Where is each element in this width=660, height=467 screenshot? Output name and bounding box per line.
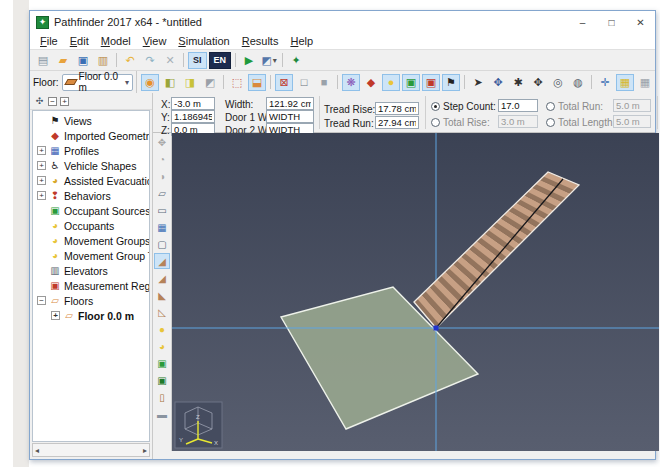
top-view-button[interactable]: ◧ [161, 74, 179, 91]
tree-item-occupants[interactable]: ◕Occupants [33, 218, 149, 233]
collapse-icon[interactable]: − [37, 296, 46, 305]
results-chart-button[interactable]: ◩▾ [260, 52, 278, 69]
add-occupants-tool-button[interactable]: ◕ [154, 338, 170, 354]
show-views-button[interactable]: ⚑ [442, 74, 460, 91]
expand-icon[interactable]: + [51, 311, 60, 320]
delete-button[interactable]: ✕ [161, 52, 179, 69]
save-button[interactable]: ▣ [74, 52, 92, 69]
collapse-all-button[interactable]: − [48, 97, 57, 106]
run-simulation-button[interactable]: ▶ [240, 52, 258, 69]
snap-grid-button[interactable]: ▦ [616, 74, 634, 91]
minimize-button[interactable]: – [568, 11, 597, 33]
tree-item-movement-groups[interactable]: ◕Movement Groups [33, 233, 149, 248]
tree-item-vehicle-shapes[interactable]: +♿Vehicle Shapes [33, 158, 149, 173]
front-view-button[interactable]: ◨ [181, 74, 199, 91]
pan-tool-button[interactable]: ✥ [529, 74, 547, 91]
perspective-view-button[interactable]: ◉ [141, 74, 159, 91]
tree-item-floors[interactable]: −▱Floors [33, 293, 149, 308]
stairs-tool-button[interactable]: ◢ [154, 253, 170, 269]
menu-file[interactable]: File [34, 34, 64, 48]
maximize-button[interactable]: □ [597, 11, 626, 33]
tree-item-behaviors[interactable]: +❢Behaviors [33, 188, 149, 203]
door1-width-field[interactable] [266, 110, 314, 123]
tree-item-movement-group-templates[interactable]: ◕Movement Group Templates [33, 248, 149, 263]
scroll-left-icon[interactable]: ◂ [35, 446, 39, 455]
stairs-edge-tool-button[interactable]: ◣ [154, 287, 170, 303]
x-field[interactable] [171, 97, 215, 110]
show-all-floors-button[interactable]: ⬚ [228, 74, 246, 91]
units-en-button[interactable]: EN [209, 52, 232, 69]
occupant-source-tool-button[interactable]: ▣ [154, 355, 170, 371]
show-occupant-sources-button[interactable]: ▣ [402, 74, 420, 91]
grid-settings-button[interactable]: ▦ [636, 74, 654, 91]
close-button[interactable]: ✕ [626, 11, 655, 33]
menu-results[interactable]: Results [236, 34, 285, 48]
door-tool-button[interactable]: ▯ [154, 389, 170, 405]
menu-model[interactable]: Model [95, 34, 137, 48]
show-current-floor-button[interactable]: ⬓ [248, 74, 266, 91]
tread-run-field[interactable] [375, 116, 419, 129]
units-si-button[interactable]: SI [188, 52, 207, 69]
show-measurement-regions-button[interactable]: ▣ [422, 74, 440, 91]
tree-item-imported-geometry[interactable]: ◆Imported Geometry [33, 128, 149, 143]
exit-source-tool-button[interactable]: ▣ [154, 372, 170, 388]
undo-button[interactable]: ↶ [121, 52, 139, 69]
tree-item-views[interactable]: ⚑Views [33, 113, 149, 128]
show-axes-button[interactable]: ✛ [596, 74, 614, 91]
tree-item-floor-0[interactable]: +▱Floor 0.0 m [33, 308, 149, 323]
tree-horizontal-scrollbar[interactable]: ◂ ▸ [32, 443, 150, 457]
redo-button[interactable]: ↷ [141, 52, 159, 69]
side-view-button[interactable]: ◩ [201, 74, 219, 91]
import-button[interactable]: ▥ [94, 52, 112, 69]
total-run-radio[interactable] [546, 102, 555, 111]
show-occupants-button[interactable]: ● [382, 74, 400, 91]
floor-grid-tool-button[interactable]: ▦ [154, 219, 170, 235]
tread-rise-field[interactable] [375, 102, 419, 115]
orbit-tool-button[interactable]: ✥ [489, 74, 507, 91]
3d-viewport[interactable]: ZXY [172, 133, 655, 451]
rotate-object-tool-button[interactable]: ◔ [154, 151, 170, 167]
expand-icon[interactable]: + [37, 191, 46, 200]
tree-item-elevators[interactable]: ▥Elevators [33, 263, 149, 278]
width-field[interactable] [266, 97, 314, 110]
obstruction-tool-button[interactable]: ▢ [154, 236, 170, 252]
view-results-button[interactable]: ✦ [287, 52, 305, 69]
new-file-button[interactable]: ▤ [34, 52, 52, 69]
open-file-button[interactable]: ▰ [54, 52, 72, 69]
zoom-box-tool-button[interactable]: ◍ [569, 74, 587, 91]
arc-tool-button[interactable]: ◑ [154, 168, 170, 184]
tree-item-occupant-sources[interactable]: ▣Occupant Sources [33, 203, 149, 218]
expand-icon[interactable]: + [37, 146, 46, 155]
select-tool-button[interactable]: ➤ [469, 74, 487, 91]
total-rise-radio[interactable] [431, 118, 440, 127]
zoom-tool-button[interactable]: ◎ [549, 74, 567, 91]
menu-edit[interactable]: Edit [64, 34, 95, 48]
menu-view[interactable]: View [137, 34, 173, 48]
measure-tool-button[interactable]: ▬ [154, 406, 170, 422]
show-imported-geometry-button[interactable]: ◆ [362, 74, 380, 91]
floor-dropdown[interactable]: Floor 0.0 m ▾ [62, 74, 133, 91]
move-object-tool-button[interactable]: ✥ [154, 134, 170, 150]
tree-item-assisted-evacuation-teams[interactable]: +◕Assisted Evacuation Teams [33, 173, 149, 188]
y-field[interactable] [171, 110, 215, 123]
total-length-radio[interactable] [546, 118, 555, 127]
polygon-room-tool-button[interactable]: ▱ [154, 185, 170, 201]
ramp-tool-button[interactable]: ◺ [154, 304, 170, 320]
tree-item-measurement-regions[interactable]: ▣Measurement Regions [33, 278, 149, 293]
add-occupant-tool-button[interactable]: ● [154, 321, 170, 337]
rectangle-room-tool-button[interactable]: ▭ [154, 202, 170, 218]
show-solid-button[interactable]: ■ [315, 74, 333, 91]
expand-icon[interactable]: + [37, 161, 46, 170]
menu-simulation[interactable]: Simulation [172, 34, 235, 48]
walk-tool-button[interactable]: ✱ [509, 74, 527, 91]
expand-all-button[interactable]: + [60, 97, 69, 106]
step-count-radio[interactable] [431, 102, 440, 111]
tree-options-icon[interactable]: ✣ [33, 95, 46, 108]
step-count-field[interactable] [498, 99, 538, 112]
expand-icon[interactable]: + [37, 176, 46, 185]
show-wireframe-button[interactable]: □ [295, 74, 313, 91]
hide-geometry-button[interactable]: ⊠ [275, 74, 293, 91]
tree-item-profiles[interactable]: +▦Profiles [33, 143, 149, 158]
stairs-door-tool-button[interactable]: ◢ [154, 270, 170, 286]
scroll-right-icon[interactable]: ▸ [143, 446, 147, 455]
